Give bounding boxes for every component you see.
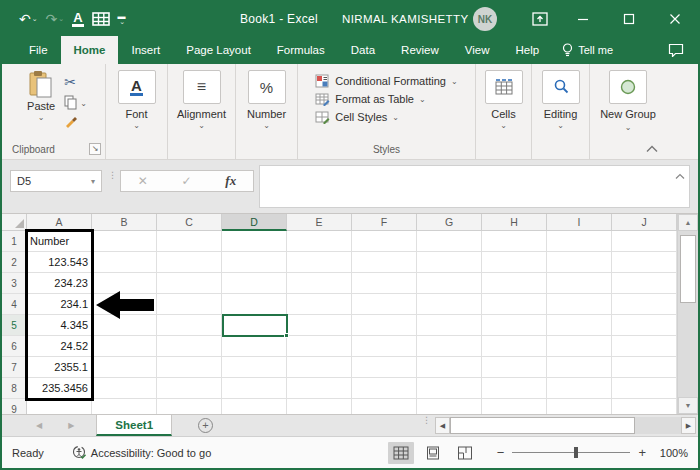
cell-G3[interactable] <box>417 273 482 294</box>
row-header-1[interactable]: 1 <box>2 231 27 252</box>
cut-button[interactable]: ✂ <box>64 74 76 90</box>
tab-formulas[interactable]: Formulas <box>264 36 338 64</box>
cell-E6[interactable] <box>287 336 352 357</box>
cell-D1[interactable] <box>222 231 287 252</box>
insert-function-button[interactable]: fx <box>225 173 236 189</box>
cell-E3[interactable] <box>287 273 352 294</box>
tab-page-layout[interactable]: Page Layout <box>173 36 264 64</box>
cell-J7[interactable] <box>612 357 677 378</box>
cell-C2[interactable] <box>157 252 222 273</box>
cell-B8[interactable] <box>92 378 157 399</box>
conditional-formatting-button[interactable]: Conditional Formatting ⌄ <box>315 74 457 88</box>
cell-E9[interactable] <box>287 399 352 414</box>
row-header-2[interactable]: 2 <box>2 252 27 273</box>
tab-home[interactable]: Home <box>61 36 119 64</box>
font-menu-button[interactable]: A Font ⌄ <box>109 70 165 130</box>
cell-I4[interactable] <box>547 294 612 315</box>
cell-G7[interactable] <box>417 357 482 378</box>
cell-C5[interactable] <box>157 315 222 336</box>
cell-D7[interactable] <box>222 357 287 378</box>
page-layout-view-button[interactable] <box>420 442 446 464</box>
formula-input[interactable] <box>259 165 690 208</box>
cell-J1[interactable] <box>612 231 677 252</box>
cell-E2[interactable] <box>287 252 352 273</box>
format-as-table-button[interactable]: Format as Table ⌄ <box>315 92 425 106</box>
cell-F2[interactable] <box>352 252 417 273</box>
cell-D9[interactable] <box>222 399 287 414</box>
cell-B3[interactable] <box>92 273 157 294</box>
column-header-E[interactable]: E <box>287 214 352 231</box>
horizontal-scrollbar[interactable]: ◀ ▶ <box>435 417 696 434</box>
cell-F5[interactable] <box>352 315 417 336</box>
page-break-preview-button[interactable] <box>452 442 478 464</box>
cell-A4[interactable]: 234.1 <box>27 294 92 315</box>
column-header-F[interactable]: F <box>352 214 417 231</box>
number-menu-button[interactable]: % Number ⌄ <box>239 70 295 130</box>
zoom-slider[interactable] <box>512 452 630 453</box>
cell-J8[interactable] <box>612 378 677 399</box>
cell-H2[interactable] <box>482 252 547 273</box>
cell-I2[interactable] <box>547 252 612 273</box>
new-sheet-button[interactable]: + <box>198 418 213 433</box>
cell-I9[interactable] <box>547 399 612 414</box>
cell-G8[interactable] <box>417 378 482 399</box>
row-header-7[interactable]: 7 <box>2 357 27 378</box>
feedback-button[interactable] <box>668 36 684 64</box>
paste-button[interactable]: Paste ⌄ <box>20 70 62 129</box>
tab-view[interactable]: View <box>452 36 503 64</box>
cell-F7[interactable] <box>352 357 417 378</box>
tab-file[interactable]: File <box>16 36 61 64</box>
cell-E7[interactable] <box>287 357 352 378</box>
column-header-J[interactable]: J <box>612 214 677 231</box>
undo-button[interactable]: ↶⌄ <box>16 11 41 27</box>
select-all-button[interactable] <box>2 214 27 231</box>
tab-data[interactable]: Data <box>338 36 388 64</box>
cell-E5[interactable] <box>287 315 352 336</box>
cell-I5[interactable] <box>547 315 612 336</box>
scroll-left-button[interactable]: ◀ <box>435 417 450 434</box>
cell-B1[interactable] <box>92 231 157 252</box>
new-group-button[interactable]: New Group ⌄ <box>600 70 656 134</box>
column-header-B[interactable]: B <box>92 214 157 231</box>
scroll-right-button[interactable]: ▶ <box>681 417 696 434</box>
cell-C8[interactable] <box>157 378 222 399</box>
format-painter-button[interactable] <box>64 115 78 129</box>
zoom-slider-handle[interactable] <box>574 447 578 458</box>
cell-D3[interactable] <box>222 273 287 294</box>
cell-D4[interactable] <box>222 294 287 315</box>
user-avatar[interactable]: NK <box>473 7 497 31</box>
cell-A6[interactable]: 24.52 <box>27 336 92 357</box>
cell-E1[interactable] <box>287 231 352 252</box>
expand-formula-bar-button[interactable] <box>675 170 685 182</box>
cell-A7[interactable]: 2355.1 <box>27 357 92 378</box>
cell-C1[interactable] <box>157 231 222 252</box>
row-header-4[interactable]: 4 <box>2 294 27 315</box>
normal-view-button[interactable] <box>388 442 414 464</box>
name-box[interactable]: D5 ▾ <box>10 170 102 192</box>
cell-A8[interactable]: 235.3456 <box>27 378 92 399</box>
horizontal-scroll-thumb[interactable] <box>450 417 635 434</box>
cell-H3[interactable] <box>482 273 547 294</box>
maximize-button[interactable] <box>606 2 652 36</box>
cell-D6[interactable] <box>222 336 287 357</box>
zoom-out-button[interactable]: − <box>497 445 505 460</box>
cell-I7[interactable] <box>547 357 612 378</box>
editing-menu-button[interactable]: Editing ⌄ <box>533 70 589 130</box>
cell-C4[interactable] <box>157 294 222 315</box>
fill-handle[interactable] <box>284 333 289 338</box>
collapse-ribbon-button[interactable] <box>646 143 658 155</box>
cell-C3[interactable] <box>157 273 222 294</box>
ribbon-display-options-button[interactable] <box>520 2 560 36</box>
cell-H9[interactable] <box>482 399 547 414</box>
cell-I3[interactable] <box>547 273 612 294</box>
prev-sheet-button[interactable]: ◀ <box>36 421 42 430</box>
cell-I1[interactable] <box>547 231 612 252</box>
cell-H4[interactable] <box>482 294 547 315</box>
tab-insert[interactable]: Insert <box>118 36 173 64</box>
cell-styles-button[interactable]: Cell Styles ⌄ <box>315 110 399 124</box>
zoom-in-button[interactable]: + <box>638 445 646 460</box>
customize-qat-button[interactable]: ▬⌄ <box>115 14 129 24</box>
cell-E4[interactable] <box>287 294 352 315</box>
horizontal-scroll-track[interactable] <box>635 417 681 434</box>
cell-F9[interactable] <box>352 399 417 414</box>
